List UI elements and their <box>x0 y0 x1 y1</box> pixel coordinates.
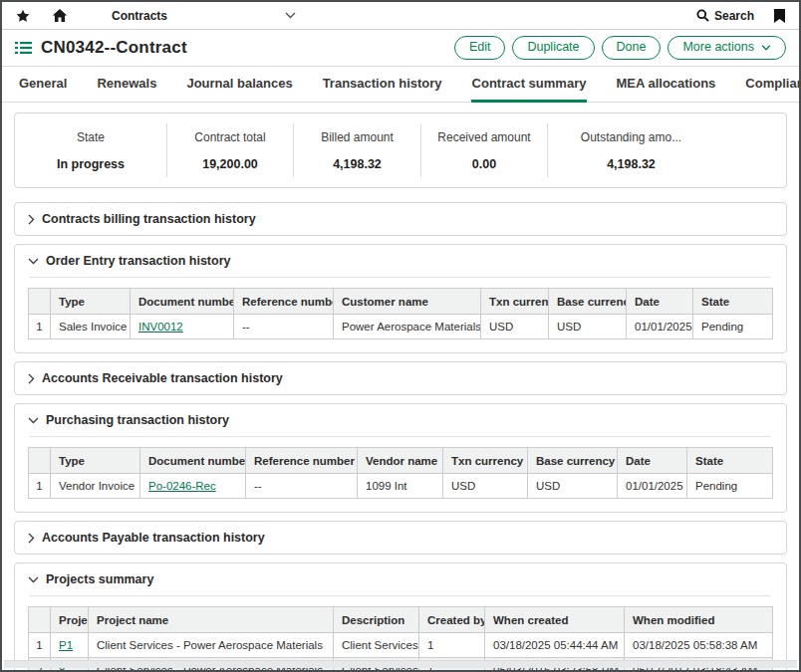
cell-reference-number: -- <box>246 474 358 499</box>
cell-document-number: Po-0246-Rec <box>140 474 246 499</box>
done-button-label: Done <box>617 41 647 55</box>
edit-button[interactable]: Edit <box>454 36 506 60</box>
col-rownum <box>29 289 51 315</box>
chevron-right-icon <box>28 373 35 384</box>
col-vendor-name[interactable]: Vendor name <box>358 448 443 474</box>
cell-when-created: 03/18/2025 05:44:44 AM <box>485 633 625 658</box>
tab-mea-allocations[interactable]: MEA allocations <box>615 76 716 103</box>
horizontal-scrollbar[interactable] <box>4 660 797 668</box>
record-title-bar: CN0342--Contract Edit Duplicate Done Mor… <box>2 30 799 67</box>
tab-transaction-history[interactable]: Transaction history <box>322 76 443 103</box>
summary-filler <box>714 123 786 177</box>
favorites-star-icon[interactable] <box>16 9 30 23</box>
global-search[interactable]: Search <box>696 9 754 23</box>
summary-label: Contract total <box>194 130 265 144</box>
page-title: CN0342--Contract <box>41 38 187 58</box>
more-actions-label: More actions <box>682 41 754 55</box>
tab-content: State In progress Contract total 19,200.… <box>2 103 799 672</box>
section-accounts-receivable: Accounts Receivable transaction history <box>14 361 787 395</box>
bookmark-icon[interactable] <box>774 9 785 23</box>
col-date[interactable]: Date <box>618 448 687 474</box>
cell-txn-currency: USD <box>481 315 549 339</box>
col-document-number[interactable]: Document number <box>131 289 234 315</box>
home-icon[interactable] <box>52 8 68 23</box>
col-project[interactable]: Project <box>51 607 89 633</box>
col-rownum <box>29 607 51 633</box>
col-customer-name[interactable]: Customer name <box>334 289 481 315</box>
summary-state: State In progress <box>15 123 166 177</box>
summary-label: State <box>77 130 105 144</box>
row-number: 1 <box>29 633 51 658</box>
col-type[interactable]: Type <box>51 448 140 474</box>
col-reference-number[interactable]: Reference number <box>234 289 334 315</box>
cell-vendor-name: 1099 Int <box>358 474 443 499</box>
document-number-link[interactable]: Po-0246-Rec <box>148 480 216 492</box>
tab-compliance[interactable]: Compliance <box>744 76 801 103</box>
section-purchasing: Purchasing transaction history Type Docu… <box>14 403 787 513</box>
col-txn-currency[interactable]: Txn currency <box>443 448 528 474</box>
col-state[interactable]: State <box>693 289 773 315</box>
chevron-down-icon <box>285 12 296 19</box>
table-row: 1 Sales Invoice INV0012 -- Power Aerospa… <box>29 315 773 339</box>
summary-value: 4,198.32 <box>607 157 656 171</box>
more-actions-button[interactable]: More actions <box>668 36 786 60</box>
chevron-down-icon <box>28 258 39 265</box>
section-toggle-contracts-billing[interactable]: Contracts billing transaction history <box>28 212 773 226</box>
cell-project-name: Client Services - Power Aerospace Materi… <box>89 633 334 658</box>
record-list-icon[interactable] <box>15 41 32 55</box>
section-toggle-accounts-receivable[interactable]: Accounts Receivable transaction history <box>28 371 773 385</box>
done-button[interactable]: Done <box>602 36 662 60</box>
row-number: 1 <box>29 315 51 339</box>
contract-summary-strip: State In progress Contract total 19,200.… <box>14 112 787 188</box>
section-divider <box>30 436 771 437</box>
col-when-modified[interactable]: When modified <box>625 607 773 633</box>
module-dropdown[interactable]: Contracts <box>90 9 296 23</box>
chevron-right-icon <box>28 214 35 225</box>
section-accounts-payable: Accounts Payable transaction history <box>14 521 787 555</box>
table-row: 1 Vendor Invoice Po-0246-Rec -- 1099 Int… <box>29 474 773 499</box>
summary-billed-amount: Billed amount 4,198.32 <box>293 123 420 177</box>
section-divider <box>30 595 771 596</box>
col-txn-currency[interactable]: Txn currency <box>481 289 549 315</box>
tab-contract-summary[interactable]: Contract summary <box>471 76 588 103</box>
col-document-number[interactable]: Document number <box>140 448 246 474</box>
col-project-name[interactable]: Project name <box>89 607 334 633</box>
chevron-down-icon <box>28 417 39 424</box>
section-toggle-order-entry[interactable]: Order Entry transaction history <box>28 254 773 268</box>
section-toggle-purchasing[interactable]: Purchasing transaction history <box>28 413 773 427</box>
summary-value: In progress <box>57 157 125 171</box>
col-description[interactable]: Description <box>334 607 419 633</box>
col-state[interactable]: State <box>687 448 773 474</box>
col-type[interactable]: Type <box>51 289 131 315</box>
col-date[interactable]: Date <box>627 289 693 315</box>
tab-journal-balances[interactable]: Journal balances <box>185 76 293 103</box>
project-link[interactable]: P1 <box>59 639 73 651</box>
section-title: Order Entry transaction history <box>46 254 230 268</box>
summary-label: Received amount <box>437 130 530 144</box>
duplicate-button[interactable]: Duplicate <box>512 36 594 60</box>
module-dropdown-label: Contracts <box>112 9 167 23</box>
section-toggle-accounts-payable[interactable]: Accounts Payable transaction history <box>28 531 773 545</box>
tab-general[interactable]: General <box>18 76 68 103</box>
col-base-currency[interactable]: Base currency <box>549 289 627 315</box>
cell-when-modified: 03/18/2025 05:58:38 AM <box>625 633 773 658</box>
section-contracts-billing: Contracts billing transaction history <box>14 202 787 236</box>
cell-description: Client Services <box>334 633 419 658</box>
cell-customer-name: Power Aerospace Materials <box>334 315 481 339</box>
col-reference-number[interactable]: Reference number <box>246 448 358 474</box>
chevron-right-icon <box>28 533 35 544</box>
edit-button-label: Edit <box>469 41 491 55</box>
cell-state: Pending <box>693 315 773 339</box>
cell-date: 01/01/2025 <box>618 474 687 499</box>
document-number-link[interactable]: INV0012 <box>138 321 183 333</box>
summary-value: 4,198.32 <box>333 157 382 171</box>
col-rownum <box>29 448 51 474</box>
col-base-currency[interactable]: Base currency <box>528 448 618 474</box>
col-created-by[interactable]: Created by <box>419 607 485 633</box>
table-header-row: Project Project name Description Created… <box>29 607 773 633</box>
section-toggle-projects-summary[interactable]: Projects summary <box>28 572 773 586</box>
tab-renewals[interactable]: Renewals <box>96 76 157 103</box>
cell-base-currency: USD <box>528 474 618 499</box>
col-when-created[interactable]: When created <box>485 607 625 633</box>
search-icon <box>696 9 709 22</box>
